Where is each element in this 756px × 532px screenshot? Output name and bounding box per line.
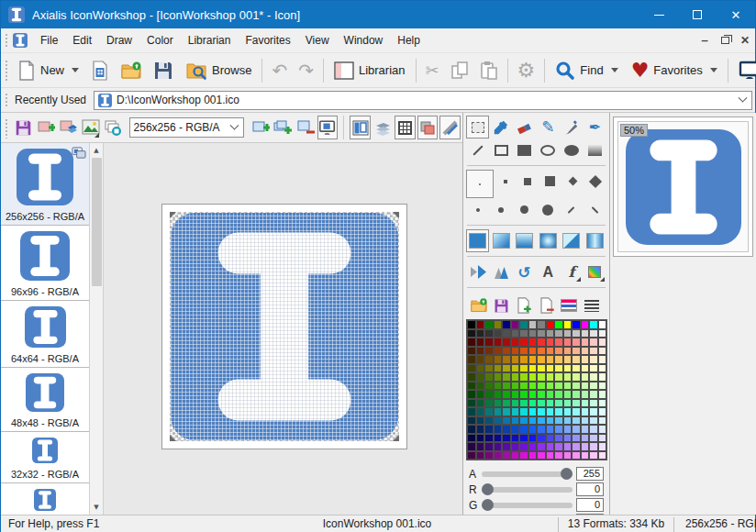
palette-swatch[interactable] bbox=[511, 416, 520, 426]
palette-swatch[interactable] bbox=[589, 329, 598, 338]
palette-swatch[interactable] bbox=[589, 399, 598, 408]
palette-swatch[interactable] bbox=[598, 372, 607, 382]
palette-swatch[interactable] bbox=[476, 451, 485, 460]
save-button[interactable] bbox=[148, 56, 179, 85]
palette-swatch[interactable] bbox=[484, 434, 494, 443]
brush-size-square-2[interactable] bbox=[494, 170, 517, 193]
palette-swatch[interactable] bbox=[502, 382, 511, 391]
gradient-rectangle-tool[interactable] bbox=[584, 139, 606, 161]
palette-swatch[interactable] bbox=[554, 329, 563, 338]
open-button[interactable] bbox=[115, 56, 148, 85]
palette-swatch[interactable] bbox=[494, 329, 503, 338]
palette-swatch[interactable] bbox=[476, 407, 485, 416]
palette-swatch[interactable] bbox=[502, 355, 511, 364]
palette-swatch[interactable] bbox=[589, 364, 598, 373]
brush-slash[interactable] bbox=[560, 198, 583, 221]
palette-swatch[interactable] bbox=[563, 372, 573, 382]
flip-vertical-button[interactable] bbox=[490, 260, 513, 283]
palette-swatch[interactable] bbox=[467, 364, 476, 373]
palette-swatch[interactable] bbox=[546, 329, 555, 338]
palette-swatch[interactable] bbox=[598, 320, 607, 329]
palette-swatch[interactable] bbox=[572, 434, 581, 443]
palette-swatch[interactable] bbox=[528, 434, 538, 443]
palette-swatch[interactable] bbox=[537, 372, 546, 382]
palette-swatch[interactable] bbox=[554, 434, 563, 443]
palette-swatch[interactable] bbox=[519, 382, 528, 391]
palette-swatch[interactable] bbox=[467, 355, 476, 364]
palette-swatch[interactable] bbox=[563, 329, 573, 338]
text-tool[interactable]: A bbox=[537, 260, 560, 283]
palette-swatch[interactable] bbox=[572, 442, 581, 451]
pencil-tool[interactable]: ✎ bbox=[537, 116, 560, 139]
brush-backslash[interactable] bbox=[584, 198, 606, 221]
recent-file-combo[interactable]: D:\IconWorkshop 001.ico bbox=[94, 91, 752, 110]
scrollbar-thumb[interactable] bbox=[92, 158, 102, 286]
palette-swatch[interactable] bbox=[546, 347, 555, 356]
slider-thumb[interactable] bbox=[482, 499, 494, 511]
palette-swatch[interactable] bbox=[467, 416, 476, 426]
palette-swatch[interactable] bbox=[494, 320, 503, 329]
new-format-button[interactable] bbox=[36, 116, 57, 139]
palette-swatch[interactable] bbox=[563, 451, 573, 460]
menu-item-view[interactable]: View bbox=[298, 30, 337, 50]
menu-item-favorites[interactable]: Favorites bbox=[238, 30, 297, 50]
palette-swatch[interactable] bbox=[537, 338, 546, 347]
palette-swatch[interactable] bbox=[546, 451, 555, 460]
effects-button[interactable]: f bbox=[560, 260, 583, 283]
palette-swatch[interactable] bbox=[537, 451, 546, 460]
filled-rectangle-tool[interactable] bbox=[513, 139, 536, 161]
brush-size-round-3[interactable] bbox=[513, 198, 536, 221]
palette-swatch[interactable] bbox=[572, 390, 581, 399]
palette-swatch[interactable] bbox=[546, 442, 555, 451]
palette-swatch[interactable] bbox=[581, 390, 590, 399]
palette-swatch[interactable] bbox=[519, 434, 528, 443]
chevron-down-icon[interactable] bbox=[230, 120, 239, 129]
palette-swatch[interactable] bbox=[528, 442, 538, 451]
palette-swatch[interactable] bbox=[537, 364, 546, 373]
palette-swatch[interactable] bbox=[467, 407, 476, 416]
delete-palette-button[interactable] bbox=[537, 295, 557, 316]
rectangle-tool[interactable] bbox=[490, 139, 513, 161]
palette-swatch[interactable] bbox=[554, 442, 563, 451]
palette-swatch[interactable] bbox=[502, 416, 511, 426]
palette-swatch[interactable] bbox=[484, 442, 494, 451]
brush-size-round-4[interactable] bbox=[537, 198, 560, 221]
line-tool[interactable] bbox=[466, 139, 489, 161]
settings-button[interactable]: ⚙ bbox=[512, 56, 541, 85]
find-button[interactable]: Find bbox=[549, 56, 624, 85]
palette-swatch[interactable] bbox=[589, 320, 598, 329]
palette-swatch[interactable] bbox=[484, 320, 494, 329]
palette-swatch[interactable] bbox=[494, 347, 503, 356]
palette-swatch[interactable] bbox=[572, 329, 581, 338]
palette-swatch[interactable] bbox=[563, 347, 573, 356]
palette-swatch[interactable] bbox=[554, 347, 563, 356]
palette-swatch[interactable] bbox=[563, 407, 573, 416]
palette-swatch[interactable] bbox=[554, 451, 563, 460]
palette-swatch[interactable] bbox=[467, 425, 476, 434]
palette-swatch[interactable] bbox=[589, 338, 598, 347]
brush-size-diamond-small[interactable] bbox=[561, 170, 584, 193]
slider-thumb[interactable] bbox=[482, 483, 494, 495]
palette-swatch[interactable] bbox=[528, 347, 538, 356]
fill-style-mirror[interactable] bbox=[584, 229, 606, 252]
palette-swatch[interactable] bbox=[476, 347, 485, 356]
palette-swatch[interactable] bbox=[511, 390, 520, 399]
palette-swatch[interactable] bbox=[589, 416, 598, 426]
palette-swatch[interactable] bbox=[467, 390, 476, 399]
palette-swatch[interactable] bbox=[494, 451, 503, 460]
browse-button[interactable]: Browse bbox=[179, 56, 258, 85]
red-slider[interactable] bbox=[482, 487, 573, 493]
palette-swatch[interactable] bbox=[581, 329, 590, 338]
palette-swatch[interactable] bbox=[537, 355, 546, 364]
palette-swatch[interactable] bbox=[502, 451, 511, 460]
toggle-panels-button[interactable] bbox=[350, 116, 371, 139]
palette-swatch[interactable] bbox=[581, 425, 590, 434]
palette-swatch[interactable] bbox=[511, 442, 520, 451]
palette-swatch[interactable] bbox=[494, 355, 503, 364]
palette-swatch[interactable] bbox=[554, 320, 563, 329]
palette-swatch[interactable] bbox=[563, 382, 573, 391]
brush-size-1px[interactable] bbox=[466, 170, 494, 198]
palette-swatch[interactable] bbox=[476, 329, 485, 338]
palette-swatch[interactable] bbox=[502, 425, 511, 434]
palette-swatch[interactable] bbox=[581, 364, 590, 373]
